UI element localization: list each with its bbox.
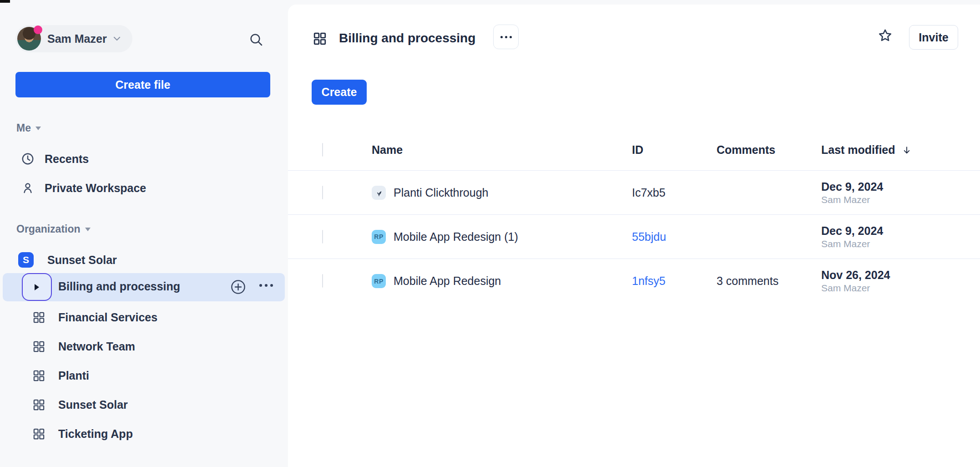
main-panel: Billing and processing Invite Create Nam… <box>288 5 980 467</box>
planti-leaf-icon <box>372 186 386 200</box>
triangle-down-icon <box>85 228 91 231</box>
sidebar-item-label: Network Team <box>58 340 135 353</box>
sidebar-item-billing-and-processing[interactable]: Billing and processing <box>3 273 285 301</box>
create-file-button[interactable]: Create file <box>15 72 270 97</box>
file-name[interactable]: Mobile App Redesign (1) <box>394 230 518 244</box>
sidebar-item-planti[interactable]: Planti <box>0 361 288 390</box>
table-header-row: Name ID Comments Last modified <box>288 130 980 171</box>
notification-dot <box>34 25 42 34</box>
person-icon <box>21 181 35 195</box>
invite-button[interactable]: Invite <box>909 25 958 50</box>
section-organization-label: Organization <box>16 223 81 235</box>
table-row[interactable]: RP Mobile App Redesign (1) 55bjdu Dec 9,… <box>288 215 980 259</box>
expand-folder-button[interactable] <box>22 273 52 301</box>
org-initial: S <box>18 252 34 268</box>
row-checkbox[interactable] <box>322 230 323 244</box>
folder-more-options-button[interactable] <box>259 284 273 287</box>
user-menu[interactable]: Sam Mazer <box>15 25 132 52</box>
file-comments[interactable]: 3 comments <box>717 274 821 288</box>
last-modified-owner: Sam Mazer <box>821 238 980 250</box>
sidebar-item-label: Ticketing App <box>58 427 133 441</box>
sidebar-item-network-team[interactable]: Network Team <box>0 332 288 360</box>
grid-icon <box>33 370 45 382</box>
grid-icon <box>33 428 45 440</box>
row-checkbox[interactable] <box>322 274 323 288</box>
ellipsis-icon <box>259 284 262 287</box>
sidebar-item-ticketing-app[interactable]: Ticketing App <box>0 420 288 448</box>
sidebar: Sam Mazer Create file Me Recents P <box>0 0 288 467</box>
page-title: Billing and processing <box>339 31 475 46</box>
last-modified-owner: Sam Mazer <box>821 282 980 294</box>
column-header-name[interactable]: Name <box>372 143 632 157</box>
select-all-checkbox[interactable] <box>322 143 323 157</box>
last-modified-date: Dec 9, 2024 <box>821 224 980 238</box>
org-logo: S <box>18 252 34 268</box>
search-button[interactable] <box>247 30 266 49</box>
section-me-label: Me <box>16 122 31 134</box>
grid-icon <box>33 399 45 411</box>
file-name[interactable]: Mobile App Redesign <box>394 274 501 288</box>
favorite-button[interactable] <box>878 28 893 43</box>
user-name: Sam Mazer <box>47 32 107 46</box>
sidebar-item-financial-services[interactable]: Financial Services <box>0 303 288 331</box>
column-header-last-modified[interactable]: Last modified <box>821 143 980 157</box>
table-row[interactable]: RP Mobile App Redesign 1nfsy5 3 comments… <box>288 259 980 303</box>
create-button[interactable]: Create <box>312 80 367 105</box>
file-id: Ic7xb5 <box>632 186 717 199</box>
sidebar-item-label: Billing and processing <box>58 280 180 293</box>
table-row[interactable]: Planti Clickthrough Ic7xb5 Dec 9, 2024 S… <box>288 171 980 215</box>
row-checkbox[interactable] <box>322 186 323 199</box>
sidebar-item-org-sunset-solar[interactable]: S Sunset Solar <box>0 246 288 274</box>
add-to-folder-button[interactable] <box>231 279 246 294</box>
folder-more-options-button[interactable] <box>493 25 519 49</box>
folder-header: Billing and processing Invite <box>288 5 980 64</box>
triangle-down-icon <box>35 127 41 130</box>
last-modified-owner: Sam Mazer <box>821 193 980 206</box>
sidebar-item-recents[interactable]: Recents <box>0 145 288 173</box>
file-id-link[interactable]: 55bjdu <box>632 230 717 244</box>
clock-icon <box>21 152 35 166</box>
section-me[interactable]: Me <box>16 122 41 134</box>
grid-icon <box>33 340 45 353</box>
app-window: Sam Mazer Create file Me Recents P <box>0 0 980 467</box>
sidebar-item-label: Sunset Solar <box>58 398 128 411</box>
sidebar-item-label: Private Workspace <box>45 182 146 195</box>
rp-file-badge: RP <box>372 274 386 288</box>
grid-icon <box>313 32 327 46</box>
last-modified-date: Nov 26, 2024 <box>821 268 980 282</box>
sidebar-item-sunset-solar[interactable]: Sunset Solar <box>0 391 288 419</box>
column-header-id[interactable]: ID <box>632 143 717 157</box>
avatar <box>17 27 41 51</box>
org-name: Sunset Solar <box>47 254 117 267</box>
last-modified-date: Dec 9, 2024 <box>821 180 980 193</box>
files-table: Name ID Comments Last modified Planti Cl… <box>288 130 980 303</box>
ellipsis-icon <box>500 36 503 38</box>
caret-right-icon <box>35 284 39 290</box>
section-organization[interactable]: Organization <box>16 223 91 235</box>
sidebar-item-label: Financial Services <box>58 311 157 324</box>
grid-icon <box>33 311 45 324</box>
file-name[interactable]: Planti Clickthrough <box>394 186 488 199</box>
search-icon <box>249 32 263 47</box>
sidebar-item-label: Planti <box>58 369 89 382</box>
file-id-link[interactable]: 1nfsy5 <box>632 274 717 288</box>
sidebar-item-label: Recents <box>45 152 89 166</box>
chevron-down-icon <box>113 36 121 41</box>
sidebar-item-private-workspace[interactable]: Private Workspace <box>0 174 288 202</box>
rp-file-badge: RP <box>372 230 386 244</box>
plus-circle-icon <box>231 279 246 294</box>
star-icon <box>878 28 893 43</box>
sort-desc-arrow-icon <box>902 145 912 155</box>
column-header-comments[interactable]: Comments <box>717 143 821 157</box>
